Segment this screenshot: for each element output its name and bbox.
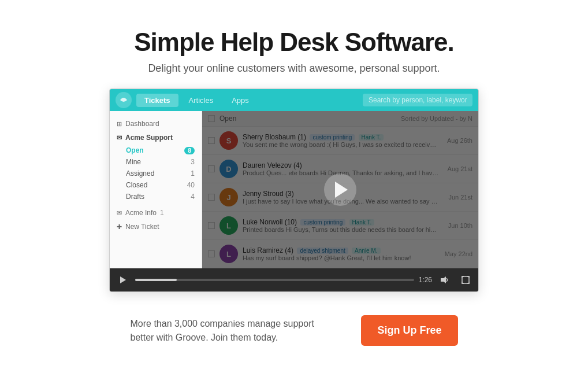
mailbox-label: Acme Support [125,134,173,142]
sidebar-mailbox[interactable]: ✉ Acme Support [110,131,202,145]
mine-label: Mine [126,158,141,166]
nav-tabs: Tickets Articles Apps [136,94,257,107]
nav-bar: Tickets Articles Apps [110,89,478,111]
search-input[interactable] [363,94,472,106]
sidebar-item-closed[interactable]: Closed 40 [110,179,202,191]
time-display: 1:26 [419,276,432,284]
progress-bar[interactable] [135,279,414,281]
sidebar-item-drafts[interactable]: Drafts 4 [110,191,202,202]
svg-marker-1 [120,276,126,283]
video-container: Tickets Articles Apps ⊞ Dashboard ✉ Acme… [109,88,479,292]
signup-button[interactable]: Sign Up Free [361,315,457,346]
hero-title: Simple Help Desk Software. [134,28,454,57]
nav-tab-tickets[interactable]: Tickets [136,94,178,107]
closed-badge: 40 [187,181,195,189]
new-ticket-label: New Ticket [125,223,159,231]
sidebar-dashboard[interactable]: ⊞ Dashboard [110,117,202,131]
closed-label: Closed [126,181,147,189]
hero-subtitle: Delight your online customers with aweso… [134,62,454,75]
open-badge: 8 [184,147,195,154]
sidebar-acme-info[interactable]: ✉ Acme Info 1 [110,206,202,220]
sidebar: ⊞ Dashboard ✉ Acme Support Open 8 Mine 3 [110,111,202,268]
sidebar-item-assigned[interactable]: Assigned 1 [110,168,202,179]
sidebar-item-open[interactable]: Open 8 [110,145,202,156]
mine-badge: 3 [191,158,195,166]
svg-rect-3 [462,276,469,283]
info-icon: ✉ [117,209,122,217]
app-logo [116,92,132,108]
drafts-badge: 4 [191,193,195,201]
hero-section: Simple Help Desk Software. Delight your … [122,0,466,88]
progress-fill [135,279,177,281]
play-pause-button[interactable] [114,272,131,288]
fullscreen-button[interactable] [457,272,474,288]
new-ticket-icon: ✚ [117,223,122,231]
svg-marker-2 [441,276,446,283]
assigned-badge: 1 [191,169,195,178]
info-badge: 1 [160,209,164,217]
sidebar-item-mine[interactable]: Mine 3 [110,156,202,168]
play-icon [335,182,348,198]
open-label: Open [126,146,144,154]
play-button[interactable] [324,173,356,206]
nav-tab-articles[interactable]: Articles [181,94,222,107]
video-overlay [202,111,478,268]
cta-section: More than 3,000 companies manage support… [63,292,525,374]
video-controls: 1:26 [110,268,478,291]
volume-button[interactable] [437,272,453,288]
dashboard-label: Dashboard [125,120,159,128]
nav-tab-apps[interactable]: Apps [224,94,257,107]
info-label: Acme Info [125,209,157,217]
drafts-label: Drafts [126,193,144,201]
cta-text: More than 3,000 companies manage support… [130,317,315,345]
assigned-label: Assigned [126,169,154,178]
dashboard-icon: ⊞ [117,120,122,128]
sidebar-new-ticket[interactable]: ✚ New Ticket [110,220,202,234]
mailbox-icon: ✉ [117,134,122,142]
